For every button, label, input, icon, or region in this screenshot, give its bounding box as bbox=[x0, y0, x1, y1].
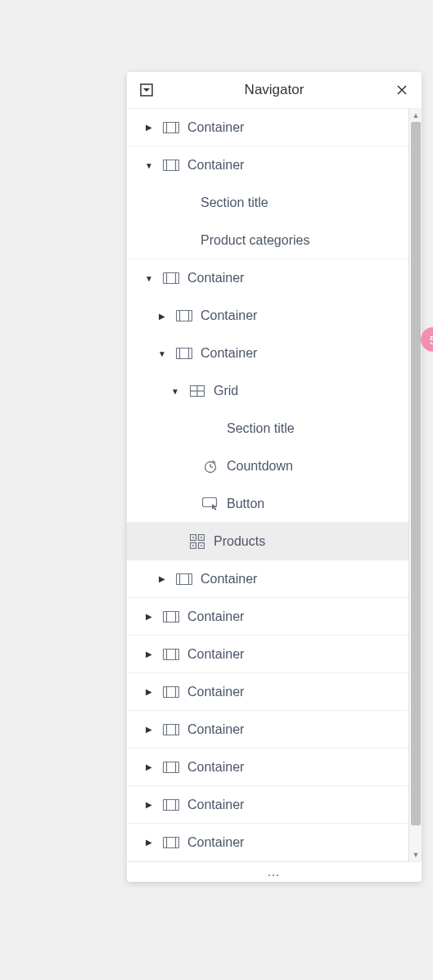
scrollbar[interactable]: ▲ ▼ bbox=[408, 109, 422, 861]
navigator-panel: Navigator ▶Container▼Container▶Section t… bbox=[127, 72, 422, 882]
tree-item[interactable]: ▶Products bbox=[127, 523, 408, 560]
tree-item[interactable]: ▶Section title bbox=[127, 184, 408, 222]
tree-item-label: Section title bbox=[201, 196, 268, 210]
container-icon bbox=[163, 119, 179, 136]
svg-rect-52 bbox=[164, 724, 179, 735]
panel-title: Navigator bbox=[155, 82, 394, 98]
notification-badge[interactable]: 5 bbox=[421, 327, 433, 352]
tree-item-label: Container bbox=[187, 271, 244, 285]
tree-item[interactable]: ▶Container bbox=[127, 109, 408, 146]
tree-item-label: Container bbox=[187, 120, 244, 135]
caret-right-icon[interactable]: ▶ bbox=[142, 687, 156, 696]
tree-item-label: Container bbox=[187, 647, 244, 662]
tree-item[interactable]: ▼Container bbox=[127, 146, 408, 184]
tree-item[interactable]: ▶Container bbox=[127, 748, 408, 786]
tree-item[interactable]: ▶Container bbox=[127, 824, 408, 861]
tree-item[interactable]: ▶Container bbox=[127, 560, 408, 598]
scroll-down-arrow[interactable]: ▼ bbox=[409, 848, 422, 861]
tree-item-label: Container bbox=[187, 760, 244, 775]
svg-rect-40 bbox=[177, 573, 192, 584]
container-icon bbox=[163, 157, 179, 173]
container-icon bbox=[163, 270, 179, 286]
tree-item[interactable]: ▶Product categories bbox=[127, 222, 408, 259]
tree-item-label: Container bbox=[187, 158, 244, 173]
caret-right-icon[interactable]: ▶ bbox=[142, 123, 156, 132]
tree-item-label: Container bbox=[187, 609, 244, 624]
tree-item[interactable]: ▶Container bbox=[127, 598, 408, 636]
svg-point-37 bbox=[201, 537, 202, 538]
tree-item[interactable]: ▶Button bbox=[127, 485, 408, 523]
tree-item-label: Grid bbox=[214, 384, 238, 398]
grid-icon bbox=[189, 383, 205, 399]
tree-item-label: Container bbox=[201, 572, 257, 587]
element-tree[interactable]: ▶Container▼Container▶Section title▶Produ… bbox=[127, 109, 408, 861]
resize-handle[interactable]: … bbox=[127, 861, 422, 882]
caret-right-icon[interactable]: ▶ bbox=[142, 650, 156, 659]
tree-item-label: Button bbox=[227, 497, 264, 511]
tree-item-label: Container bbox=[187, 798, 244, 812]
svg-rect-31 bbox=[203, 497, 217, 506]
tree-item[interactable]: ▼Container bbox=[127, 335, 408, 372]
svg-rect-16 bbox=[177, 311, 192, 321]
svg-rect-1 bbox=[164, 122, 179, 133]
products-icon bbox=[189, 533, 205, 550]
container-icon bbox=[176, 571, 192, 587]
tree-item-label: Countdown bbox=[227, 459, 293, 474]
caret-right-icon[interactable]: ▶ bbox=[142, 725, 156, 734]
navigator-header: Navigator bbox=[127, 72, 422, 109]
tree-item[interactable]: ▶Container bbox=[127, 636, 408, 673]
caret-right-icon[interactable]: ▶ bbox=[142, 838, 156, 847]
tree-item-label: Section title bbox=[227, 421, 295, 436]
caret-down-icon[interactable]: ▼ bbox=[168, 387, 183, 396]
tree-item-label: Container bbox=[201, 308, 257, 323]
caret-down-icon[interactable]: ▼ bbox=[142, 161, 156, 170]
caret-down-icon[interactable]: ▼ bbox=[142, 274, 156, 283]
tree-item-label: Container bbox=[187, 835, 244, 850]
countdown-icon bbox=[202, 458, 219, 474]
scrollbar-thumb[interactable] bbox=[411, 122, 421, 825]
svg-rect-49 bbox=[164, 686, 179, 697]
caret-right-icon[interactable]: ▶ bbox=[155, 312, 169, 321]
svg-rect-58 bbox=[164, 799, 179, 810]
svg-rect-55 bbox=[164, 762, 179, 772]
caret-right-icon[interactable]: ▶ bbox=[155, 574, 169, 583]
tree-item[interactable]: ▶Section title bbox=[127, 410, 408, 447]
svg-point-38 bbox=[192, 545, 194, 546]
tree-item[interactable]: ▶Container bbox=[127, 673, 408, 711]
caret-right-icon[interactable]: ▶ bbox=[142, 612, 156, 621]
svg-rect-61 bbox=[164, 837, 179, 847]
tree-item-label: Products bbox=[214, 534, 265, 549]
svg-point-36 bbox=[192, 537, 194, 538]
svg-rect-13 bbox=[164, 273, 179, 284]
container-icon bbox=[176, 345, 192, 362]
tree-item[interactable]: ▼Grid bbox=[127, 372, 408, 410]
collapse-dropdown-button[interactable] bbox=[138, 82, 155, 98]
tree-item[interactable]: ▶Container bbox=[127, 297, 408, 335]
container-icon bbox=[176, 308, 192, 324]
tree-item[interactable]: ▶Container bbox=[127, 711, 408, 748]
close-button[interactable] bbox=[394, 82, 410, 98]
svg-rect-46 bbox=[164, 649, 179, 659]
tree-item[interactable]: ▼Container bbox=[127, 259, 408, 297]
container-icon bbox=[163, 797, 179, 813]
container-icon bbox=[163, 759, 179, 775]
caret-down-icon[interactable]: ▼ bbox=[155, 349, 169, 358]
tree-item-label: Container bbox=[201, 346, 257, 361]
tree-item-label: Product categories bbox=[201, 233, 309, 248]
container-icon bbox=[163, 646, 179, 663]
button-icon bbox=[202, 496, 219, 512]
tree-item[interactable]: ▶Container bbox=[127, 786, 408, 824]
svg-rect-19 bbox=[177, 348, 192, 359]
tree-item-label: Container bbox=[187, 722, 244, 737]
tree-item[interactable]: ▶Countdown bbox=[127, 447, 408, 485]
scroll-up-arrow[interactable]: ▲ bbox=[409, 109, 422, 122]
caret-right-icon[interactable]: ▶ bbox=[142, 762, 156, 771]
svg-rect-43 bbox=[164, 611, 179, 622]
container-icon bbox=[163, 834, 179, 851]
caret-right-icon[interactable]: ▶ bbox=[142, 800, 156, 809]
tree-wrapper: ▶Container▼Container▶Section title▶Produ… bbox=[127, 109, 422, 861]
tree-item-label: Container bbox=[187, 685, 244, 699]
svg-rect-4 bbox=[164, 160, 179, 171]
svg-point-39 bbox=[201, 545, 202, 546]
badge-count: 5 bbox=[430, 333, 433, 347]
